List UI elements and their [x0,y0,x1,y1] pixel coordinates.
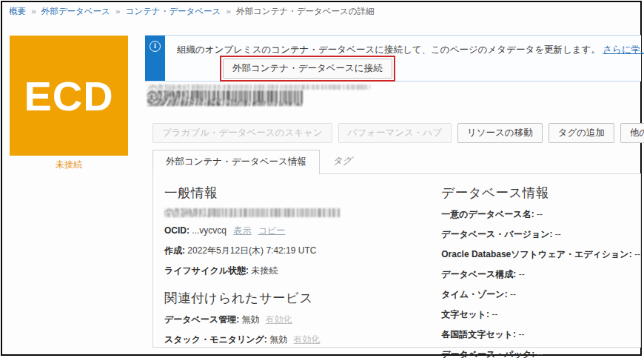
tab-tags[interactable]: タグ [320,150,366,174]
database-management-label: データベース管理: [164,314,239,325]
created-label: 作成: [164,245,185,256]
breadcrumb-separator: » [115,7,120,16]
move-resource-button[interactable]: リソースの移動 [457,123,543,143]
breadcrumb: 概要 » 外部データベース » コンテナ・データベース » 外部コンテナ・データ… [9,6,375,17]
redacted-compartment-line [164,208,341,217]
screenshot-frame: 概要 » 外部データベース » コンテナ・データベース » 外部コンテナ・データ… [1,1,642,356]
db-national-charset-label: 各国語文字セット: [441,329,516,339]
db-configuration-row: データベース構成: -- [441,268,640,281]
database-info-title: データベース情報 [441,184,640,202]
info-banner-text: 組織のオンプレミスのコンテナ・データベースに接続して、このページのメタデータを更… [177,44,600,55]
db-unique-name-row: 一意のデータベース名: -- [441,208,640,221]
db-configuration-value: -- [519,269,525,279]
ocid-value: ...vycvcq [192,225,227,236]
db-pack-value: -- [537,349,543,358]
ocid-copy-link[interactable]: コピー [258,225,286,236]
info-banner-accent-bar: i [145,36,165,81]
lifecycle-state-row: ライフサイクル状態: 未接続 [164,265,435,277]
tab-external-container-database-info[interactable]: 外部コンテナ・データベース情報 [152,150,320,174]
stack-monitoring-label: スタック・モニタリング: [164,334,267,345]
lifecycle-state-label: ライフサイクル状態: [164,265,249,276]
database-management-value: 無効 [241,314,259,325]
info-banner-message: 組織のオンプレミスのコンテナ・データベースに接続して、このページのメタデータを更… [177,44,644,56]
connect-external-container-database-button[interactable]: 外部コンテナ・データベースに接続 [223,59,392,79]
redacted-resource-title [147,90,303,106]
ocid-show-link[interactable]: 表示 [233,225,251,236]
db-charset-label: 文字セット: [441,309,489,319]
db-national-charset-value: -- [518,329,524,339]
breadcrumb-current-page: 外部コンテナ・データベースの詳細 [236,7,374,16]
general-info-title: 一般情報 [164,184,435,202]
db-configuration-label: データベース構成: [441,269,516,279]
general-info-column: 一般情報 OCID: ...vycvcq 表示 コピー 作成: 2022年5月1… [153,174,435,347]
database-info-column: データベース情報 一意のデータベース名: -- データベース・バージョン: --… [435,174,640,347]
db-timezone-label: タイム・ゾーン: [441,289,507,299]
more-actions-button[interactable]: 他のアクション▼ [620,123,644,143]
redacted-resource-subtitle [148,84,370,90]
highlight-box: 外部コンテナ・データベースに接続 [220,56,395,82]
lifecycle-state-value: 未接続 [251,265,278,276]
breadcrumb-container-databases-link[interactable]: コンテナ・データベース [126,7,221,16]
db-unique-name-value: -- [537,209,543,219]
tab-bar: 外部コンテナ・データベース情報 タグ [152,150,365,174]
database-management-row: データベース管理: 無効 有効化 [164,314,435,326]
add-tags-button[interactable]: タグの追加 [549,123,614,143]
db-edition-label: Oracle Databaseソフトウェア・エディション: [441,249,631,259]
db-unique-name-label: 一意のデータベース名: [441,209,534,219]
db-edition-value: -- [634,249,640,259]
stack-monitoring-enable-link: 有効化 [294,334,321,345]
db-charset-row: 文字セット: -- [441,308,640,321]
created-value: 2022年5月12日(木) 7:42:19 UTC [187,245,316,256]
action-button-row: プラガブル・データベースのスキャン パフォーマンス・ハブ リソースの移動 タグの… [152,123,644,143]
db-charset-value: -- [492,309,497,319]
performance-hub-button: パフォーマンス・ハブ [338,123,452,143]
stack-monitoring-row: スタック・モニタリング: 無効 有効化 [164,334,435,346]
created-row: 作成: 2022年5月12日(木) 7:42:19 UTC [164,245,435,257]
breadcrumb-separator: » [227,7,231,16]
breadcrumb-overview-link[interactable]: 概要 [9,7,26,16]
info-icon: i [150,41,161,52]
ocid-label: OCID: [164,225,189,236]
db-pack-label: データベース・パック: [441,349,534,358]
resource-status-label: 未接続 [10,159,128,171]
db-timezone-value: -- [510,289,516,299]
stack-monitoring-value: 無効 [269,334,287,345]
db-pack-row: データベース・パック: -- [441,348,640,358]
more-actions-label: 他のアクション [630,127,644,138]
db-version-label: データベース・バージョン: [441,229,552,239]
learn-more-link[interactable]: さらに学ぶ [603,44,644,55]
breadcrumb-separator: » [31,7,36,16]
database-management-enable-link: 有効化 [266,314,292,325]
ocid-row: OCID: ...vycvcq 表示 コピー [164,225,435,237]
tab-content-panel: 一般情報 OCID: ...vycvcq 表示 コピー 作成: 2022年5月1… [152,173,641,348]
db-version-value: -- [555,229,561,239]
associated-services-title: 関連付けられたサービス [164,289,435,307]
scan-pluggable-databases-button: プラガブル・データベースのスキャン [152,123,332,143]
ecd-resource-icon-label: ECD [24,72,113,120]
db-timezone-row: タイム・ゾーン: -- [441,288,640,301]
db-version-row: データベース・バージョン: -- [441,228,640,241]
breadcrumb-external-databases-link[interactable]: 外部データベース [41,7,110,16]
ecd-resource-icon: ECD [10,36,128,156]
info-banner: i 組織のオンプレミスのコンテナ・データベースに接続して、このページのメタデータ… [145,35,641,82]
db-edition-row: Oracle Databaseソフトウェア・エディション: -- [441,248,640,261]
db-national-charset-row: 各国語文字セット: -- [441,328,640,341]
